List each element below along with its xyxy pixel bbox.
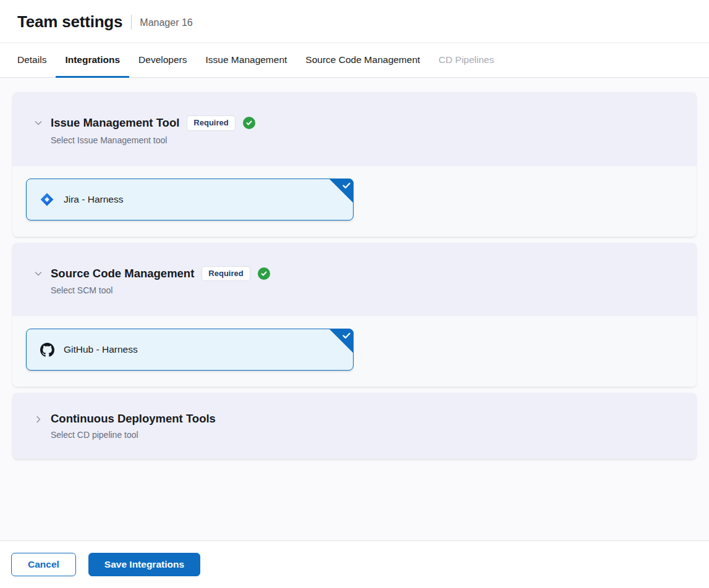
tool-card-label: GitHub - Harness xyxy=(64,344,138,355)
tab-details[interactable]: Details xyxy=(8,43,56,78)
cancel-button[interactable]: Cancel xyxy=(11,553,76,576)
tab-integrations[interactable]: Integrations xyxy=(56,43,129,78)
required-badge: Required xyxy=(187,116,235,131)
tab-label: Source Code Management xyxy=(305,54,420,65)
footer-action-bar: Cancel Save Integrations xyxy=(0,540,709,588)
page-subtitle: Manager 16 xyxy=(140,15,192,28)
tab-bar: Details Integrations Developers Issue Ma… xyxy=(0,43,709,78)
section-cd-header[interactable]: Continuous Deployment Tools Select CD pi… xyxy=(12,393,697,459)
tab-cd-pipelines: CD Pipelines xyxy=(430,43,504,78)
tool-card-label: Jira - Harness xyxy=(64,194,123,205)
chevron-right-icon[interactable] xyxy=(30,414,51,424)
tab-label: Issue Management xyxy=(206,54,287,65)
section-title: Continuous Deployment Tools xyxy=(51,412,216,426)
tab-developers[interactable]: Developers xyxy=(129,43,196,78)
selected-check-icon xyxy=(329,329,354,353)
jira-icon xyxy=(40,192,54,207)
chevron-down-icon[interactable] xyxy=(30,118,51,128)
section-issue-management-body: Jira - Harness xyxy=(12,166,697,237)
complete-check-icon xyxy=(243,117,255,129)
save-integrations-button[interactable]: Save Integrations xyxy=(88,553,200,576)
tab-label: Developers xyxy=(138,54,187,65)
tab-issue-management[interactable]: Issue Management xyxy=(197,43,297,78)
title-divider xyxy=(131,15,132,30)
page-header: Team settings Manager 16 xyxy=(0,0,709,43)
section-issue-management-tool: Issue Management Tool Required Select Is… xyxy=(12,92,697,237)
section-title: Source Code Management xyxy=(51,267,194,280)
required-badge: Required xyxy=(202,266,250,282)
section-scm-body: GitHub - Harness xyxy=(12,316,697,387)
tab-label: Details xyxy=(17,54,46,65)
tab-label: Integrations xyxy=(65,54,120,65)
section-source-code-management: Source Code Management Required Select S… xyxy=(12,243,697,387)
tool-card-jira-harness[interactable]: Jira - Harness xyxy=(26,178,354,220)
selected-check-icon xyxy=(329,178,354,203)
tool-card-github-harness[interactable]: GitHub - Harness xyxy=(26,329,354,371)
section-title: Issue Management Tool xyxy=(51,116,179,130)
section-issue-management-header[interactable]: Issue Management Tool Required Select Is… xyxy=(12,92,697,166)
team-settings-page: Team settings Manager 16 Details Integra… xyxy=(0,0,709,588)
section-subtitle: Select SCM tool xyxy=(51,285,679,295)
section-continuous-deployment-tools: Continuous Deployment Tools Select CD pi… xyxy=(12,393,697,459)
integrations-content: Issue Management Tool Required Select Is… xyxy=(0,78,709,540)
section-subtitle: Select Issue Management tool xyxy=(51,135,679,145)
complete-check-icon xyxy=(258,267,270,280)
tab-source-code-management[interactable]: Source Code Management xyxy=(296,43,429,78)
page-title: Team settings xyxy=(17,12,122,32)
section-scm-header[interactable]: Source Code Management Required Select S… xyxy=(12,243,697,317)
github-icon xyxy=(40,342,54,357)
chevron-down-icon[interactable] xyxy=(30,269,51,279)
section-subtitle: Select CD pipeline tool xyxy=(51,430,679,440)
tab-label: CD Pipelines xyxy=(439,54,495,65)
